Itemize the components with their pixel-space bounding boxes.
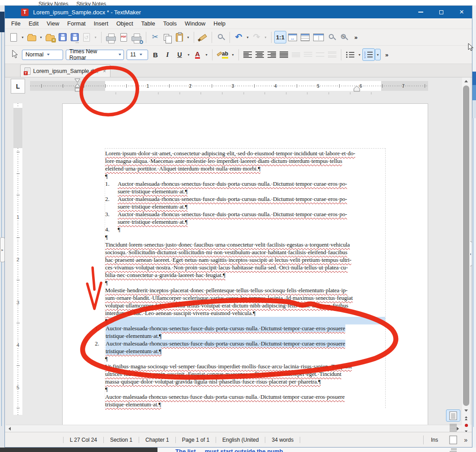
open-document-button[interactable] — [26, 31, 38, 43]
scroll-left-button[interactable] — [6, 425, 13, 432]
text-line[interactable]: volutpat·ullamcorper·felis.·Cubilia·tell… — [105, 302, 385, 309]
text-line[interactable]: tristique·elementum·at.¶ — [105, 347, 385, 355]
bullet-list-button[interactable] — [344, 48, 357, 61]
text-line[interactable]: Ut·finibus·magna·sociosqu·vel·semper·fau… — [105, 362, 385, 370]
align-right-button[interactable] — [266, 48, 278, 61]
italic-button[interactable]: I — [162, 48, 174, 61]
new-document-dropdown[interactable]: ▾ — [20, 31, 26, 43]
close-document-button[interactable]: × — [44, 31, 56, 43]
font-size-select[interactable]: 11 — [127, 50, 148, 60]
menu-tools[interactable]: Tools — [159, 19, 181, 28]
vertical-scrollbar[interactable] — [462, 77, 470, 443]
text-line[interactable]: 1.Auctor·malesuada·rhoncus·senectus·fusc… — [105, 180, 385, 188]
status-field[interactable]: L 27 Col 24 — [63, 437, 103, 443]
export-pdf-button[interactable]: PDF — [118, 31, 130, 43]
page-view-button[interactable] — [299, 31, 311, 43]
search-button[interactable] — [215, 31, 227, 43]
align-left-button[interactable] — [242, 48, 254, 61]
minimize-button[interactable] — [410, 6, 431, 18]
close-button[interactable]: × — [451, 6, 472, 18]
text-line[interactable]: bilia·nec·consectetur·a·gravida·laoreet·… — [105, 271, 385, 279]
vertical-ruler[interactable]: 123456 — [13, 103, 22, 415]
status-field[interactable]: Chapter 1 — [139, 437, 175, 443]
text-line[interactable]: lore·magna·aliqua.·Maecenas·ante·molesti… — [105, 157, 385, 165]
paragraph-style-select[interactable]: Normal — [22, 50, 63, 60]
scroll-up-button[interactable] — [462, 77, 470, 85]
document-page[interactable]: Lorem·ipsum·dolor·sit·amet,·consectetur·… — [62, 103, 428, 425]
status-field[interactable]: Section 1 — [103, 437, 139, 443]
text-line[interactable]: ¶ — [105, 172, 385, 180]
zoom-100-button[interactable]: 1:1 — [274, 31, 286, 43]
format-painter-button[interactable] — [197, 31, 209, 43]
vertical-scroll-thumb[interactable] — [463, 85, 469, 406]
text-line[interactable]: 2.Auctor·malesuada·rhoncus·senectus·fusc… — [105, 195, 385, 203]
highlight-dropdown[interactable]: ▾ — [230, 49, 236, 60]
text-line[interactable]: 1.Auctor·malesuada·rhoncus·senectus·fusc… — [105, 324, 385, 332]
text-line[interactable]: hac·praesent·aenean·laoreet.·Eget·netus·… — [105, 256, 385, 264]
right-indent-marker[interactable] — [353, 85, 360, 94]
maximize-button[interactable] — [431, 6, 451, 18]
text-line[interactable]: eleifend·urna·porttitor.·Aliquet·interdu… — [105, 165, 385, 172]
text-line[interactable]: 3.Auctor·malesuada·rhoncus·senectus·fusc… — [105, 210, 385, 218]
view-continuous-button[interactable] — [446, 422, 460, 434]
text-line[interactable]: suere·tristique·elementum·at.¶ — [105, 218, 385, 226]
text-line[interactable]: Molestie·hendrerit·inceptos·placerat·don… — [105, 286, 385, 294]
numbered-list-button[interactable]: 123 — [362, 48, 375, 61]
text-line[interactable]: Lorem·ipsum·dolor·sit·amet,·consectetur·… — [105, 149, 385, 157]
bold-button[interactable]: B — [149, 48, 162, 61]
text-line[interactable]: tristique·elementum·at.¶ — [105, 401, 385, 408]
status-field[interactable]: 34 words — [265, 437, 300, 443]
text-line[interactable]: ¶ — [105, 355, 385, 362]
cut-button[interactable]: ✂ — [149, 31, 161, 43]
text-line[interactable]: suere·tristique·elementum·at.¶ — [105, 188, 385, 195]
undo-button[interactable]: ↶ — [233, 31, 245, 43]
menu-object[interactable]: Object — [112, 19, 137, 28]
status-field[interactable]: English (United — [216, 437, 265, 443]
view-normal-button[interactable] — [446, 434, 460, 446]
menu-edit[interactable]: Edit — [25, 19, 42, 28]
zoom-button[interactable] — [326, 31, 338, 43]
numbered-list-dropdown[interactable]: ▾ — [375, 49, 381, 60]
format-more-button[interactable]: » — [381, 48, 393, 61]
print-preview-button[interactable] — [130, 31, 143, 43]
open-document-dropdown[interactable]: ▾ — [38, 31, 44, 43]
print-button[interactable] — [104, 31, 118, 43]
horizontal-ruler[interactable]: 1234567 — [30, 81, 428, 91]
document-tab[interactable]: T Lorem_ipsum_Sample.d... × — [20, 64, 110, 77]
highlight-button[interactable]: ab — [215, 48, 230, 61]
menu-help[interactable]: Help — [209, 19, 230, 28]
font-color-dropdown[interactable]: ▾ — [204, 49, 209, 60]
underline-button[interactable]: U — [174, 48, 186, 61]
save-all-button[interactable]: … — [68, 31, 81, 43]
bullet-list-dropdown[interactable]: ▾ — [357, 49, 362, 60]
view-outline-button[interactable] — [446, 446, 460, 452]
font-name-select[interactable]: Times New Romar — [66, 50, 124, 60]
text-line[interactable]: suere·tristique·elementum·at.¶ — [105, 203, 385, 210]
copy-button[interactable] — [161, 31, 173, 43]
tab-type-selector[interactable]: L — [11, 79, 25, 94]
fit-to-width-button[interactable]: ↔ — [286, 31, 299, 43]
status-field[interactable]: Page 1 of 1 — [175, 437, 216, 443]
view-page-layout-button[interactable] — [446, 409, 460, 422]
text-line[interactable]: interdum·et·hac.·Leo·aenean·suscipit·viv… — [105, 309, 385, 317]
text-line[interactable]: ¶ — [105, 279, 385, 286]
text-column[interactable]: Lorem·ipsum·dolor·sit·amet,·consectetur·… — [105, 148, 386, 408]
statusbar-overflow[interactable]: » — [464, 436, 468, 443]
sidebar-grabber-left[interactable]: ► — [0, 237, 5, 262]
paste-dropdown[interactable]: ▾ — [185, 31, 191, 43]
text-line[interactable]: sum·ornare·blandit.·Ullamcorper·sceleris… — [105, 294, 385, 302]
zoom-level-button[interactable]: % — [338, 31, 350, 43]
text-line[interactable]: ultrices·faucibus·est·proin·suscipit.·Fe… — [105, 370, 385, 378]
new-document-button[interactable] — [8, 31, 20, 43]
text-line[interactable]: tristique·elementum·at.¶ — [105, 332, 385, 340]
scroll-down-button[interactable] — [462, 407, 470, 414]
indent-marker[interactable] — [74, 78, 81, 95]
selected-blank-line[interactable]: ¶ — [105, 317, 385, 324]
align-justify-button[interactable] — [278, 48, 290, 61]
insert-mode-indicator[interactable]: Ins — [423, 435, 445, 444]
menu-view[interactable]: View — [42, 19, 63, 28]
save-button[interactable] — [56, 31, 68, 43]
menu-insert[interactable]: Insert — [89, 19, 112, 28]
font-color-button[interactable]: A — [191, 48, 204, 61]
paste-button[interactable] — [173, 31, 185, 43]
